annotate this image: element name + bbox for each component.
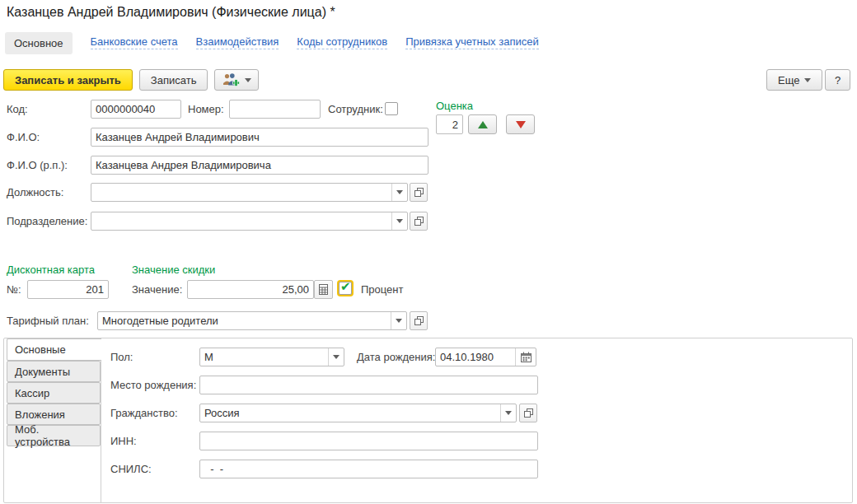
percent-checkbox[interactable] — [339, 282, 352, 295]
card-number-input[interactable] — [27, 280, 109, 299]
position-input[interactable] — [91, 184, 391, 201]
tab-documents[interactable]: Документы — [7, 361, 101, 382]
nav-link-account-binding[interactable]: Привязка учетных записей — [405, 36, 539, 50]
open-form-icon — [414, 316, 424, 325]
tariff-plan-combo[interactable] — [97, 311, 407, 330]
chevron-down-icon — [396, 319, 402, 323]
nav-tab-main[interactable]: Основное — [5, 32, 73, 54]
tab-label: Кассир — [15, 387, 49, 399]
percent-label: Процент — [361, 280, 403, 299]
birth-date-field[interactable] — [435, 348, 536, 366]
chevron-down-icon — [396, 190, 403, 194]
code-label: Код: — [7, 100, 28, 119]
help-button[interactable]: ? — [825, 69, 850, 91]
nav-tabs: Основное Банковские счета Взаимодействия… — [5, 31, 539, 54]
tab-label: Основные — [15, 343, 66, 356]
tab-label: Моб. устройства — [15, 423, 92, 448]
gender-combo[interactable] — [199, 348, 344, 366]
fio-genitive-label: Ф.И.О (р.п.): — [7, 156, 68, 175]
tab-mobile-devices[interactable]: Моб. устройства — [7, 425, 101, 446]
fio-input[interactable] — [91, 128, 428, 147]
rating-label: Оценка — [436, 96, 473, 115]
chevron-down-icon — [396, 219, 403, 223]
citizenship-label: Гражданство: — [110, 404, 178, 422]
save-and-close-button[interactable]: Записать и закрыть — [3, 69, 133, 91]
chevron-down-icon — [804, 78, 811, 82]
tab-attachments[interactable]: Вложения — [7, 404, 101, 425]
tab-cashier[interactable]: Кассир — [7, 382, 101, 404]
birth-place-input[interactable] — [199, 376, 538, 394]
gender-input[interactable] — [200, 348, 328, 366]
save-button[interactable]: Записать — [139, 69, 208, 91]
employee-checkbox[interactable] — [385, 102, 398, 115]
department-combo[interactable] — [91, 212, 408, 231]
gender-label: Пол: — [110, 348, 133, 366]
citizenship-input[interactable] — [200, 404, 500, 422]
open-form-icon — [414, 217, 424, 226]
discount-card-header: Дисконтная карта — [7, 260, 95, 279]
citizenship-combo[interactable] — [199, 404, 517, 422]
birth-date-input[interactable] — [436, 348, 515, 366]
tab-main-details[interactable]: Основные — [7, 338, 101, 361]
discount-value-input[interactable] — [187, 280, 314, 299]
department-open-button[interactable] — [410, 212, 428, 231]
number-input[interactable] — [229, 100, 321, 119]
rating-up-button[interactable] — [468, 114, 497, 134]
card-number-label: №: — [7, 280, 21, 299]
department-dropdown-button[interactable] — [391, 212, 407, 230]
tariff-plan-input[interactable] — [98, 312, 391, 329]
tab-label: Вложения — [15, 408, 65, 421]
nav-link-bank-accounts[interactable]: Банковские счета — [91, 36, 178, 50]
number-label: Номер: — [188, 100, 224, 119]
nav-link-interactions[interactable]: Взаимодействия — [196, 36, 279, 50]
employee-label: Сотрудник: — [328, 100, 383, 119]
more-button[interactable]: Еще — [766, 69, 822, 91]
department-label: Подразделение: — [7, 212, 87, 231]
gender-dropdown-button[interactable] — [328, 348, 344, 366]
birth-place-label: Место рождения: — [110, 376, 196, 394]
tariff-plan-label: Тарифный план: — [7, 311, 89, 330]
calculator-icon — [318, 284, 329, 295]
details-panel-divider — [101, 338, 101, 503]
rating-down-button[interactable] — [506, 114, 535, 134]
inn-input[interactable] — [199, 432, 538, 450]
nav-link-employee-codes[interactable]: Коды сотрудников — [297, 36, 387, 50]
create-based-on-button[interactable] — [214, 69, 259, 91]
position-dropdown-button[interactable] — [391, 184, 407, 201]
calendar-icon — [521, 352, 532, 362]
fio-genitive-input[interactable] — [91, 156, 428, 175]
code-input[interactable] — [91, 100, 181, 119]
inn-label: ИНН: — [110, 432, 137, 450]
open-form-icon — [414, 188, 424, 197]
more-button-label: Еще — [778, 74, 799, 86]
rating-value-input[interactable] — [436, 114, 463, 134]
open-form-icon — [524, 408, 533, 418]
fio-label: Ф.И.О: — [7, 128, 40, 147]
triangle-up-icon — [478, 121, 488, 128]
person-add-icon — [222, 73, 240, 86]
tariff-plan-open-button[interactable] — [410, 311, 428, 330]
triangle-down-icon — [516, 121, 526, 128]
birth-date-label: Дата рождения: — [357, 348, 435, 366]
position-open-button[interactable] — [410, 183, 428, 202]
snils-label: СНИЛС: — [110, 460, 152, 478]
position-combo[interactable] — [91, 183, 408, 202]
snils-input[interactable] — [199, 460, 538, 478]
citizenship-dropdown-button[interactable] — [500, 404, 516, 422]
citizenship-open-button[interactable] — [519, 404, 537, 422]
tab-label: Документы — [15, 366, 70, 378]
department-input[interactable] — [91, 212, 391, 230]
toolbar: Записать и закрыть Записать — [3, 69, 259, 91]
calculator-button[interactable] — [314, 280, 333, 299]
page-title: Казанцев Андрей Владимирович (Физические… — [7, 5, 335, 20]
chevron-down-icon — [245, 78, 251, 82]
discount-value-header: Значение скидки — [132, 260, 215, 279]
discount-value-label: Значение: — [132, 280, 182, 299]
position-label: Должность: — [7, 183, 63, 202]
tariff-plan-dropdown-button[interactable] — [391, 312, 406, 329]
chevron-down-icon — [333, 355, 340, 359]
chevron-down-icon — [505, 411, 512, 415]
calendar-button[interactable] — [515, 348, 536, 366]
